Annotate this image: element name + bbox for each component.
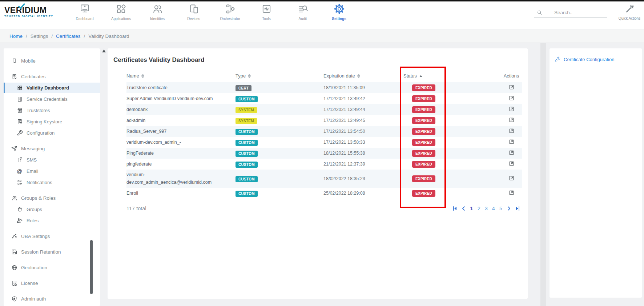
pagination-first-page[interactable] bbox=[452, 205, 458, 212]
sidebar-item-label: Groups bbox=[27, 207, 42, 212]
nav-item-audit[interactable]: Audit bbox=[286, 3, 319, 21]
sidebar-item-license[interactable]: License bbox=[4, 278, 100, 289]
breadcrumb-validity-dashboard: Validity Dashboard bbox=[88, 33, 129, 39]
open-certificate-icon[interactable] bbox=[508, 106, 515, 112]
nav-item-devices[interactable]: Devices bbox=[177, 3, 210, 21]
paper-plane-icon bbox=[11, 146, 17, 152]
certificate-name: PingFederate bbox=[126, 150, 236, 157]
sidebar-item-service-credentials[interactable]: Service Credentials bbox=[4, 94, 100, 104]
column-label: Actions bbox=[504, 73, 519, 79]
open-certificate-icon[interactable] bbox=[508, 95, 515, 101]
sidebar-item-groups[interactable]: Groups bbox=[4, 204, 100, 215]
pagination-last-page[interactable] bbox=[514, 205, 521, 212]
nav-item-orchestrator[interactable]: Orchestrator bbox=[214, 3, 246, 21]
logo-wordmark: VERIDIUM bbox=[4, 6, 66, 15]
primary-nav: DashboardApplicationsIdentitiesDevicesOr… bbox=[68, 3, 359, 21]
expiration-date: 17/12/2021 13:58:33 bbox=[323, 140, 403, 145]
sidebar-item-signing-keystore[interactable]: Signing Keystore bbox=[4, 116, 100, 127]
column-label: Expiration date bbox=[323, 73, 355, 79]
open-certificate-icon[interactable] bbox=[508, 128, 515, 134]
open-certificate-icon[interactable] bbox=[508, 117, 515, 123]
pagination-next-page[interactable] bbox=[506, 205, 512, 212]
nav-item-applications[interactable]: Applications bbox=[105, 3, 137, 21]
status-badge: EXPIRED bbox=[412, 190, 435, 197]
pagination-previous-page[interactable] bbox=[460, 205, 467, 212]
certificate-name: Super Admin VeridiumID veridium-dev.com bbox=[126, 95, 236, 103]
pagination-page-2[interactable]: 2 bbox=[478, 206, 480, 211]
certificates-table: NameTypeExpiration dateStatusActions Tru… bbox=[126, 73, 522, 212]
column-header-expiration-date[interactable]: Expiration date bbox=[323, 73, 403, 79]
certificate-name: pingfederate bbox=[126, 160, 236, 168]
breadcrumb-home[interactable]: Home bbox=[9, 33, 23, 39]
open-certificate-icon[interactable] bbox=[508, 139, 515, 145]
table-row: veridium-dev.com_admin_-CUSTOM17/12/2021… bbox=[126, 137, 522, 148]
veridium-logo: VERIDIUM TRUSTED DIGITAL IDENTITY bbox=[4, 6, 66, 17]
sidebar-item-groups-roles[interactable]: Groups & Roles bbox=[4, 193, 100, 203]
sidebar-item-configuration[interactable]: Configuration bbox=[4, 128, 100, 138]
people-icon bbox=[11, 195, 17, 201]
open-certificate-icon[interactable] bbox=[508, 190, 515, 196]
open-certificate-icon[interactable] bbox=[508, 160, 515, 167]
status-badge: EXPIRED bbox=[412, 106, 435, 113]
sidebar-item-session-retention[interactable]: Session Retention bbox=[4, 247, 100, 257]
sidebar-item-admin-auth[interactable]: Admin auth bbox=[4, 294, 100, 304]
pagination-page-4[interactable]: 4 bbox=[492, 206, 495, 211]
sidebar-item-label: Admin auth bbox=[21, 296, 46, 302]
sidebar-item-mobile[interactable]: Mobile bbox=[4, 56, 100, 66]
nav-item-tools[interactable]: Tools bbox=[250, 3, 283, 21]
sidebar-item-label: SMS bbox=[27, 157, 37, 163]
nav-item-identities[interactable]: Identities bbox=[141, 3, 174, 21]
type-badge: CUSTOM bbox=[236, 151, 258, 157]
sidebar-scroll-up-arrow[interactable] bbox=[102, 49, 106, 52]
sidebar-item-certificates[interactable]: Certificates bbox=[4, 71, 100, 82]
total-count: 117 total bbox=[126, 206, 146, 211]
sidebar-item-email[interactable]: @Email bbox=[4, 166, 100, 176]
nav-label: Devices bbox=[187, 17, 200, 21]
audit-search-icon bbox=[297, 3, 309, 15]
pagination-page-3[interactable]: 3 bbox=[485, 206, 488, 211]
sidebar-scrollbar-thumb[interactable] bbox=[90, 240, 93, 294]
column-header-name[interactable]: Name bbox=[126, 73, 236, 79]
table-row: Super Admin VeridiumID veridium-dev.comC… bbox=[126, 93, 522, 104]
content-scrollbar[interactable] bbox=[540, 43, 546, 306]
network-icon bbox=[11, 233, 17, 239]
table-row: Radius_Server_997CUSTOM17/12/2021 13:54:… bbox=[126, 126, 522, 137]
sidebar-item-uba-settings[interactable]: UBA Settings bbox=[4, 231, 100, 242]
wrench-icon bbox=[555, 56, 560, 62]
table-header-row: NameTypeExpiration dateStatusActions bbox=[126, 73, 522, 82]
status-badge: EXPIRED bbox=[412, 175, 435, 182]
search-input[interactable] bbox=[554, 10, 601, 15]
sidebar-item-sms[interactable]: SMS bbox=[4, 155, 100, 165]
certificate-configuration-link[interactable]: Certificate Configuration bbox=[555, 56, 637, 62]
nav-label: Audit bbox=[299, 17, 307, 21]
sidebar-item-roles[interactable]: Roles bbox=[4, 215, 100, 226]
sidebar-item-label: Signing Keystore bbox=[27, 119, 62, 124]
nav-item-dashboard[interactable]: Dashboard bbox=[68, 3, 101, 21]
open-certificate-icon[interactable] bbox=[508, 150, 515, 156]
expiration-date: 18/10/2021 11:35:09 bbox=[323, 85, 403, 90]
pagination-page-1[interactable]: 1 bbox=[470, 206, 473, 211]
open-certificate-icon[interactable] bbox=[508, 84, 515, 90]
certificate-name: Enroll bbox=[126, 190, 236, 197]
column-header-status[interactable]: Status bbox=[403, 73, 501, 79]
sidebar-item-messaging[interactable]: Messaging bbox=[4, 143, 100, 154]
column-header-type[interactable]: Type bbox=[236, 73, 323, 79]
sidebar-item-notifications[interactable]: Notifications bbox=[4, 177, 100, 188]
expiration-date: 18/12/2021 15:55:38 bbox=[323, 151, 403, 156]
nav-item-settings[interactable]: Settings bbox=[323, 3, 355, 21]
pagination-page-5[interactable]: 5 bbox=[499, 206, 502, 211]
breadcrumb-certificates[interactable]: Certificates bbox=[56, 33, 81, 39]
sidebar-item-truststores[interactable]: Truststores bbox=[4, 105, 100, 116]
sidebar-item-geolocation[interactable]: Geolocation bbox=[4, 262, 100, 273]
orchestrator-icon bbox=[225, 3, 236, 15]
sidebar-item-label: Notifications bbox=[27, 180, 52, 185]
quick-actions-button[interactable]: Quick Actions bbox=[618, 4, 641, 20]
sidebar-item-label: Session Retention bbox=[21, 249, 61, 255]
open-certificate-icon[interactable] bbox=[508, 175, 515, 181]
top-navigation-bar: VERIDIUM TRUSTED DIGITAL IDENTITY Dashbo… bbox=[0, 0, 644, 29]
sidebar-item-label: UBA Settings bbox=[21, 234, 50, 239]
notifications-icon bbox=[17, 179, 23, 186]
sidebar-item-validity-dashboard[interactable]: Validity Dashboard bbox=[4, 83, 100, 93]
certificate-name: Radius_Server_997 bbox=[126, 128, 236, 135]
people-icon bbox=[152, 3, 163, 15]
